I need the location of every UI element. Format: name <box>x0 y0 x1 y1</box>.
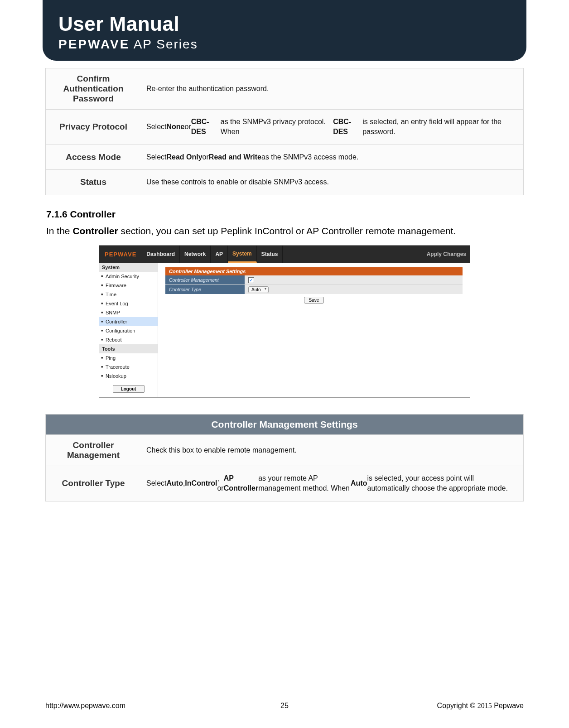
row-label: Controller Type <box>46 466 141 501</box>
sidebar-item-ping[interactable]: Ping <box>99 353 158 362</box>
page-number: 25 <box>280 702 289 710</box>
row-label: Access Mode <box>46 145 141 169</box>
table-title: Controller Management Settings <box>46 415 523 434</box>
brand-name: PEPWAVE <box>58 37 130 51</box>
ui-brand-logo: PEPWAVE <box>99 251 142 258</box>
tab-system[interactable]: System <box>228 246 257 263</box>
page-footer: http://www.pepwave.com 25 Copyright © 20… <box>45 702 524 710</box>
row-description: Re-enter the authentication password. <box>141 68 523 109</box>
sidebar: SystemAdmin SecurityFirmwareTimeEvent Lo… <box>99 263 158 397</box>
sidebar-item-nslookup[interactable]: Nslookup <box>99 371 158 381</box>
tab-dashboard[interactable]: Dashboard <box>142 246 180 263</box>
series-name: AP Series <box>130 37 198 51</box>
tab-status[interactable]: Status <box>257 246 283 263</box>
row-label: Confirm Authentication Password <box>46 68 141 109</box>
manual-title: User Manual <box>58 13 511 35</box>
series-title: PEPWAVE AP Series <box>58 37 511 52</box>
checkbox-controller-management[interactable]: ✓ <box>248 277 254 283</box>
form-row: Controller TypeAuto <box>165 284 463 294</box>
sidebar-item-controller[interactable]: Controller <box>99 317 158 326</box>
sidebar-item-admin-security[interactable]: Admin Security <box>99 272 158 281</box>
section-heading: 7.1.6 Controller <box>46 209 524 220</box>
form-row: Controller Management✓ <box>165 275 463 284</box>
table-row: StatusUse these controls to enable or di… <box>46 169 523 194</box>
select-controller-type[interactable]: Auto <box>248 286 269 293</box>
form-label: Controller Management <box>165 275 245 284</box>
sidebar-item-reboot[interactable]: Reboot <box>99 335 158 344</box>
row-label: Status <box>46 170 141 194</box>
form-heading: Controller Management Settings <box>165 267 463 275</box>
tab-network[interactable]: Network <box>180 246 211 263</box>
table-row: Confirm Authentication PasswordRe-enter … <box>46 68 523 109</box>
table-row: Access ModeSelect Read Only or Read and … <box>46 145 523 169</box>
table-row: Controller ManagementCheck this box to e… <box>46 434 523 466</box>
sidebar-item-snmp[interactable]: SNMP <box>99 308 158 317</box>
main-panel: Controller Management Settings Controlle… <box>158 263 470 397</box>
sidebar-item-firmware[interactable]: Firmware <box>99 281 158 290</box>
save-button[interactable]: Save <box>304 297 324 304</box>
row-label: Controller Management <box>46 435 141 466</box>
row-description: Select Auto, InControl, or AP Controller… <box>141 466 523 501</box>
sidebar-item-traceroute[interactable]: Traceroute <box>99 362 158 371</box>
snmp-settings-table: Confirm Authentication PasswordRe-enter … <box>45 68 524 195</box>
apply-changes-button[interactable]: Apply Changes <box>427 251 466 257</box>
controller-settings-table: Controller Management Settings Controlle… <box>45 414 524 501</box>
row-description: Use these controls to enable or disable … <box>141 170 523 194</box>
sidebar-item-event-log[interactable]: Event Log <box>99 299 158 308</box>
table-row: Controller TypeSelect Auto, InControl, o… <box>46 466 523 501</box>
row-description: Select None or CBC-DES as the SNMPv3 pri… <box>141 110 523 145</box>
sidebar-group-title: Tools <box>99 344 158 353</box>
nav-tabs: DashboardNetworkAPSystemStatus <box>142 246 283 263</box>
table-row: Privacy ProtocolSelect None or CBC-DES a… <box>46 109 523 145</box>
top-nav-bar: PEPWAVE DashboardNetworkAPSystemStatus A… <box>99 246 470 263</box>
form-label: Controller Type <box>165 285 245 294</box>
footer-url: http://www.pepwave.com <box>45 702 125 710</box>
row-label: Privacy Protocol <box>46 110 141 145</box>
document-header: User Manual PEPWAVE AP Series <box>43 0 526 61</box>
row-description: Check this box to enable remote manageme… <box>141 435 523 466</box>
sidebar-item-time[interactable]: Time <box>99 290 158 299</box>
logout-button[interactable]: Logout <box>113 385 145 393</box>
controller-screenshot: PEPWAVE DashboardNetworkAPSystemStatus A… <box>99 245 470 398</box>
tab-ap[interactable]: AP <box>211 246 228 263</box>
copyright: Copyright © 2015 Pepwave <box>437 702 524 710</box>
section-intro: In the Controller section, you can set u… <box>46 224 524 238</box>
row-description: Select Read Only or Read and Write as th… <box>141 145 523 169</box>
sidebar-group-title: System <box>99 263 158 272</box>
sidebar-item-configuration[interactable]: Configuration <box>99 326 158 335</box>
